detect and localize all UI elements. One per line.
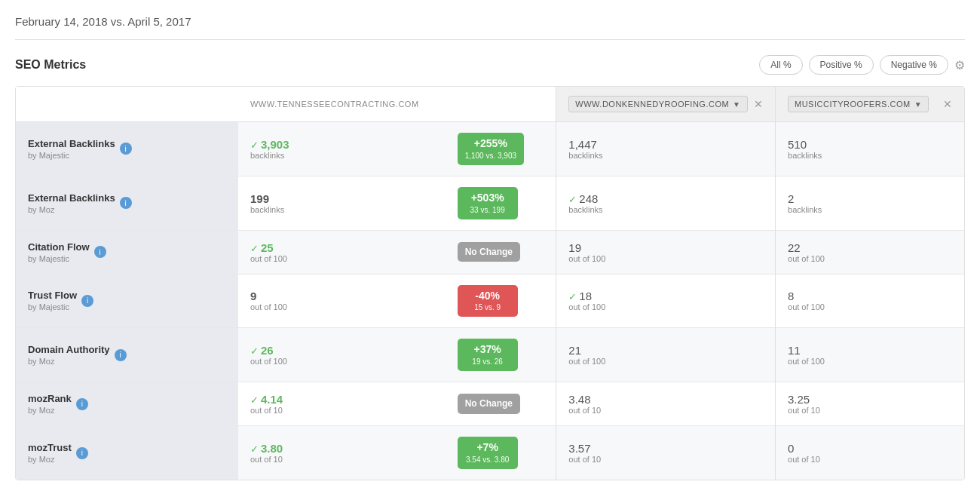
comp1-value-number: 21 <box>568 344 581 357</box>
comp1-value-sub: out of 10 <box>568 455 763 464</box>
filter-positive[interactable]: Positive % <box>809 55 874 75</box>
comp2-value-sub: out of 10 <box>788 406 952 415</box>
badge-sub: 19 vs. 26 <box>472 357 503 367</box>
metric-label-row: Trust Flow by Majestic i <box>28 290 226 311</box>
main-value-number: 4.14 <box>261 393 283 406</box>
comp1-value-cell: 21 out of 100 <box>556 328 776 382</box>
main-value: ✓25 <box>250 241 433 254</box>
main-value: 9 <box>250 290 433 302</box>
comp2-value-sub: backlinks <box>788 151 952 160</box>
main-value-cell: ✓3.80 out of 10 <box>238 426 446 480</box>
comp2-chevron-icon: ▼ <box>914 100 922 109</box>
table-row: External Backlinks by Majestic i ✓3,903 … <box>16 122 964 176</box>
main-domain-header: WWW.TENNESSEECONTRACTING.COM <box>238 87 446 122</box>
comp1-value-cell: 3.48 out of 10 <box>556 382 776 426</box>
badge-value: +37% <box>474 343 501 356</box>
metric-cell: External Backlinks by Majestic i <box>16 122 238 176</box>
badge-value: +7% <box>476 441 498 454</box>
badge-cell: No Change <box>446 230 556 274</box>
main-value: ✓26 <box>250 344 433 357</box>
comp1-value-number: 3.48 <box>568 393 590 406</box>
filter-all[interactable]: All % <box>759 55 802 75</box>
metric-label-row: mozRank by Moz i <box>28 393 226 415</box>
filter-negative[interactable]: Negative % <box>880 55 948 75</box>
change-badge: No Change <box>458 394 520 413</box>
comp2-value-cell: 8 out of 100 <box>776 274 964 328</box>
comp2-domain-select[interactable]: musiccityroofers.com ▼ <box>788 96 929 112</box>
main-value-cell: 199 backlinks <box>238 176 446 230</box>
info-icon[interactable]: i <box>115 349 127 361</box>
metric-source: by Majestic <box>28 254 90 263</box>
change-badge: +7% 3.54 vs. 3.80 <box>458 437 518 469</box>
info-icon[interactable]: i <box>81 295 93 307</box>
metric-source: by Moz <box>28 406 72 415</box>
comp2-close-icon[interactable]: ✕ <box>943 98 953 110</box>
comp1-value-number: 1,447 <box>568 138 597 151</box>
main-value-sub: backlinks <box>250 205 433 214</box>
info-icon[interactable]: i <box>76 398 88 410</box>
checkmark-icon: ✓ <box>568 291 577 302</box>
section-header: SEO Metrics All % Positive % Negative % … <box>15 55 965 75</box>
comp1-value-number: 18 <box>579 290 592 302</box>
main-value-number: 3,903 <box>261 138 289 151</box>
metric-name-wrapper: External Backlinks by Majestic <box>28 138 115 160</box>
comp1-value-cell: ✓18 out of 100 <box>556 274 776 328</box>
comp2-value-sub: out of 100 <box>788 357 952 366</box>
comp1-value-cell: 1,447 backlinks <box>556 122 776 176</box>
badge-sub: 3.54 vs. 3.80 <box>466 456 509 465</box>
metric-source: by Majestic <box>28 302 77 311</box>
comp1-value-number: 19 <box>568 241 581 254</box>
checkmark-icon: ✓ <box>250 243 259 254</box>
metric-name: Citation Flow <box>28 241 90 253</box>
comp1-value-sub: out of 100 <box>568 357 763 366</box>
badge-cell: +503% 33 vs. 199 <box>446 176 556 230</box>
main-value-sub: out of 100 <box>250 254 433 263</box>
main-value-sub: out of 100 <box>250 302 433 311</box>
comp2-value-cell: 2 backlinks <box>776 176 964 230</box>
comp1-value-cell: 3.57 out of 10 <box>556 426 776 480</box>
comp1-domain-select[interactable]: www.donkennedyroofing.com ▼ <box>568 96 747 112</box>
metric-cell: Domain Authority by Moz i <box>16 328 238 382</box>
badge-cell: No Change <box>446 382 556 426</box>
metric-name-wrapper: Domain Authority by Moz <box>28 344 110 366</box>
comp1-value-cell: 19 out of 100 <box>556 230 776 274</box>
comp1-value-sub: backlinks <box>568 205 763 214</box>
main-value-number: 3.80 <box>261 442 283 455</box>
badge-cell: -40% 15 vs. 9 <box>446 274 556 328</box>
metric-label-row: External Backlinks by Moz i <box>28 192 226 214</box>
comp1-value-sub: backlinks <box>568 151 763 160</box>
date-header: February 14, 2018 vs. April 5, 2017 <box>15 15 965 40</box>
table-row: Citation Flow by Majestic i ✓25 out of 1… <box>16 230 964 274</box>
main-value-number: 26 <box>261 344 274 357</box>
badge-value: No Change <box>465 247 513 257</box>
checkmark-icon: ✓ <box>250 345 259 357</box>
comp2-value-number: 8 <box>788 290 952 302</box>
comp2-value-number: 510 <box>788 138 952 151</box>
metrics-table-wrapper: WWW.TENNESSEECONTRACTING.COM www.donkenn… <box>15 86 965 480</box>
table-row: Domain Authority by Moz i ✓26 out of 100… <box>16 328 964 382</box>
checkmark-icon: ✓ <box>568 194 577 205</box>
comp1-close-icon[interactable]: ✕ <box>754 98 764 110</box>
info-icon[interactable]: i <box>94 246 106 258</box>
main-value-number: 9 <box>250 290 256 302</box>
metric-name: mozRank <box>28 393 72 404</box>
info-icon[interactable]: i <box>76 447 88 459</box>
main-value: 199 <box>250 192 433 205</box>
metric-cell: External Backlinks by Moz i <box>16 176 238 230</box>
badge-value: +503% <box>471 192 504 204</box>
change-col-header <box>446 87 556 122</box>
main-value-sub: out of 100 <box>250 357 433 366</box>
info-icon[interactable]: i <box>120 197 132 209</box>
settings-button[interactable]: ⚙ <box>954 58 965 72</box>
comp2-value-sub: out of 100 <box>788 254 952 263</box>
metric-cell: Citation Flow by Majestic i <box>16 230 238 274</box>
comp2-value-cell: 0 out of 10 <box>776 426 964 480</box>
date-label: February 14, 2018 vs. April 5, 2017 <box>15 15 191 28</box>
comp2-value-cell: 510 backlinks <box>776 122 964 176</box>
info-icon[interactable]: i <box>120 143 132 155</box>
comp1-domain-wrapper: www.donkennedyroofing.com ▼ ✕ <box>568 96 763 112</box>
comp2-domain-header: musiccityroofers.com ▼ ✕ <box>776 87 964 122</box>
comp2-value-sub: out of 10 <box>788 455 952 464</box>
main-value-cell: ✓26 out of 100 <box>238 328 446 382</box>
change-badge: +503% 33 vs. 199 <box>458 187 518 219</box>
